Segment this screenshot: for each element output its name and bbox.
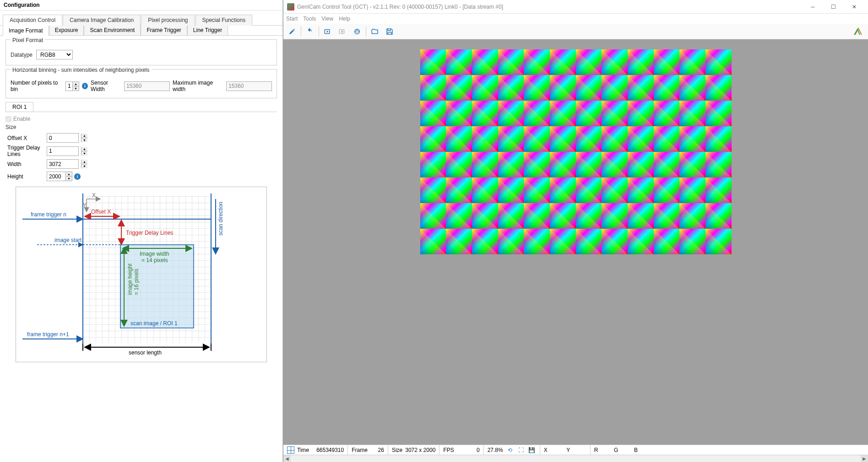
folder-open-icon[interactable] [368,25,382,38]
width-input[interactable] [47,159,79,169]
svg-text:image start: image start [54,237,82,243]
tab-special-functions[interactable]: Special Functions [195,15,253,26]
status-fps: FPS 0 [439,445,483,455]
time-value: 665349310 [312,447,344,453]
spin-down-icon[interactable]: ▼ [65,177,72,181]
crosshair-icon[interactable] [287,446,294,454]
app-icon [287,3,294,11]
spin-down-icon[interactable]: ▼ [81,151,87,156]
roi-tab-1[interactable]: ROI 1 [5,102,33,112]
status-zoom: 27.8% ⟲ ⛶ 💾 [484,445,540,455]
minimize-button[interactable]: ─ [803,0,823,13]
subtab-image-format[interactable]: Image Format [3,26,49,36]
datatype-select[interactable]: RGB8 [36,50,73,59]
size-stat-label: Size [392,447,402,453]
subtab-scan-environment[interactable]: Scan Environment [84,26,141,35]
info-icon[interactable]: i [82,83,88,89]
fieldset-binning: Horizontal binning - sum intensities of … [5,69,277,98]
aperture-icon[interactable] [350,25,364,38]
fullscreen-icon[interactable]: ⛶ [517,446,525,454]
num-pixels-bin-spinner[interactable]: ▲▼ [65,81,79,91]
camera-image [420,49,732,254]
status-size: Size 3072 x 2000 [388,445,439,455]
brand-icon [852,26,864,38]
height-label: Height [7,173,44,180]
svg-text:= 14 pixels: = 14 pixels [141,257,168,263]
main-tabs: Acquisition Control Camera Image Calibra… [0,13,282,26]
fieldset-pixel-format-title: Pixel Format [11,37,45,43]
status-xy: X Y [540,445,591,455]
svg-text:Y: Y [83,202,87,209]
spin-down-icon[interactable]: ▼ [72,86,79,91]
info-icon[interactable]: i [74,173,81,180]
tab-acquisition-control[interactable]: Acquisition Control [3,15,62,26]
config-title: Configuration [0,0,282,11]
save-icon[interactable] [383,25,396,38]
refresh-icon[interactable]: ⟲ [506,446,514,454]
spin-down-icon[interactable]: ▼ [81,138,87,142]
size-grid: Offset X ▲▼ Trigger Delay Lines ▲▼ Width… [7,133,277,182]
menu-start[interactable]: Start [286,16,298,22]
maximize-button[interactable]: ☐ [823,0,844,13]
x-label: X [544,447,548,453]
width-label: Width [7,161,44,167]
undo-icon[interactable] [303,25,317,38]
subtab-frame-trigger[interactable]: Frame Trigger [141,26,187,35]
svg-text:image height: image height [127,263,133,295]
svg-text:frame trigger n: frame trigger n [31,211,66,218]
width-spinner[interactable]: ▲▼ [47,159,88,169]
scroll-left-icon[interactable]: ◄ [283,455,291,462]
image-viewport[interactable] [283,39,868,445]
frame-value: 26 [370,447,384,453]
enable-checkbox [5,116,11,122]
scroll-right-icon[interactable]: ► [861,455,868,462]
trigger-delay-spinner[interactable]: ▲▼ [47,146,88,156]
fps-value: 0 [457,447,480,453]
play-icon[interactable] [321,25,335,38]
config-content: Pixel Format Datatype RGB8 Horizontal bi… [0,36,282,366]
snapshot-save-icon[interactable]: 💾 [528,446,536,454]
offset-x-label: Offset X [7,135,44,141]
offset-x-input[interactable] [47,133,79,143]
svg-text:scan image / ROI 1: scan image / ROI 1 [130,320,178,327]
menubar: Start Tools View Help [283,14,868,24]
g-label: G [614,447,618,453]
statusbar: Time 665349310 Frame 26 Size 3072 x 2000… [283,445,868,455]
enable-label: Enable [13,116,30,122]
svg-text:= 16 pixels: = 16 pixels [133,269,140,295]
offset-x-spinner[interactable]: ▲▼ [47,133,88,143]
horizontal-scrollbar[interactable]: ◄ ► [283,455,868,462]
menu-view[interactable]: View [321,16,333,22]
b-label: B [634,447,638,453]
spin-up-icon[interactable]: ▲ [81,160,87,164]
stop-icon[interactable] [336,25,349,38]
height-spinner[interactable]: ▲▼ [47,172,72,181]
r-label: R [594,447,598,453]
size-label: Size [5,124,277,130]
trigger-delay-label: Trigger Delay Lines [7,145,44,157]
svg-point-36 [355,29,360,34]
trigger-delay-input[interactable] [47,146,79,156]
menu-tools[interactable]: Tools [303,16,316,22]
spin-down-icon[interactable]: ▼ [81,164,87,168]
svg-rect-35 [341,30,343,32]
svg-text:sensor length: sensor length [129,349,162,356]
menu-help[interactable]: Help [339,16,350,22]
y-label: Y [566,447,570,453]
eyedropper-icon[interactable] [285,25,299,38]
tab-camera-calibration[interactable]: Camera Image Calibration [63,15,141,26]
subtab-line-trigger[interactable]: Line Trigger [187,26,228,35]
spin-up-icon[interactable]: ▲ [81,134,87,138]
titlebar: GenICam Control Tool (GCT) - v2.1.1 Rev:… [283,0,868,14]
tab-pixel-processing[interactable]: Pixel processing [141,15,195,26]
svg-text:Offset X: Offset X [91,209,111,215]
spin-up-icon[interactable]: ▲ [72,82,79,86]
datatype-label: Datatype [11,52,33,58]
sensor-width-label: Sensor Width [91,80,121,92]
close-button[interactable]: ✕ [844,0,864,13]
spin-up-icon[interactable]: ▲ [81,147,87,151]
toolbar [283,24,868,39]
gct-window: GenICam Control Tool (GCT) - v2.1.1 Rev:… [283,0,868,462]
spin-up-icon[interactable]: ▲ [65,172,72,177]
subtab-exposure[interactable]: Exposure [49,26,84,35]
